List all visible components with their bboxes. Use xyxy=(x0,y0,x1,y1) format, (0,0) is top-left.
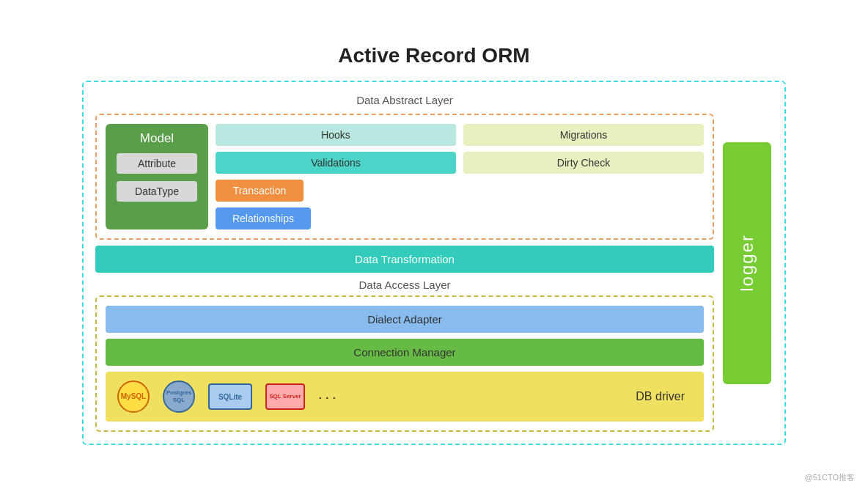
postgres-icon: Postgres SQL xyxy=(163,380,195,413)
postgres-label: Postgres SQL xyxy=(164,389,194,403)
left-content: Data Abstract Layer Model Attribute Data… xyxy=(95,94,714,432)
relationships-box: Relationships xyxy=(216,207,311,229)
main-title: Active Record ORM xyxy=(338,44,529,67)
db-dots: ··· xyxy=(318,389,339,405)
features-column: Hooks Migrations Validations Dirty Check… xyxy=(216,124,704,229)
logger-label: logger xyxy=(737,234,757,292)
validations-dirty-row: Validations Dirty Check xyxy=(216,152,704,174)
sqlite-label: SQLite xyxy=(218,393,242,401)
datatype-box: DataType xyxy=(117,181,197,202)
model-label: Model xyxy=(140,131,174,146)
hooks-box: Hooks xyxy=(216,124,456,146)
migrations-box: Migrations xyxy=(463,124,704,146)
mysql-label: MySQL xyxy=(121,392,146,401)
attribute-box: Attribute xyxy=(117,153,197,174)
db-row: MySQL Postgres SQL SQLite SQL Server ···… xyxy=(106,372,704,422)
data-transformation-bar: Data Transformation xyxy=(95,246,714,273)
sqlserver-icon: SQL Server xyxy=(265,383,305,410)
data-access-label: Data Access Layer xyxy=(95,279,714,291)
connection-manager-bar: Connection Manager xyxy=(106,339,704,366)
data-access-box: Dialect Adapter Connection Manager MySQL… xyxy=(95,295,714,432)
mysql-icon: MySQL xyxy=(117,380,150,413)
orange-box: Model Attribute DataType Hooks Migration… xyxy=(95,114,714,240)
dialect-adapter-bar: Dialect Adapter xyxy=(106,306,704,333)
data-abstract-label: Data Abstract Layer xyxy=(95,94,714,106)
logger-column: logger xyxy=(721,94,773,432)
sqlite-icon: SQLite xyxy=(208,383,252,410)
outer-box: Data Abstract Layer Model Attribute Data… xyxy=(82,81,786,445)
watermark: @51CTO推客 xyxy=(805,472,855,483)
model-column: Model Attribute DataType xyxy=(106,124,208,229)
transaction-box: Transaction xyxy=(216,180,304,202)
sqlserver-label: SQL Server xyxy=(269,393,301,400)
validations-box: Validations xyxy=(216,152,456,174)
page-container: Active Record ORM Data Abstract Layer Mo… xyxy=(0,0,868,489)
dirty-check-box: Dirty Check xyxy=(463,152,704,174)
db-driver-text: DB driver xyxy=(636,390,692,403)
hooks-migrations-row: Hooks Migrations xyxy=(216,124,704,146)
logger-bar: logger xyxy=(723,142,771,384)
